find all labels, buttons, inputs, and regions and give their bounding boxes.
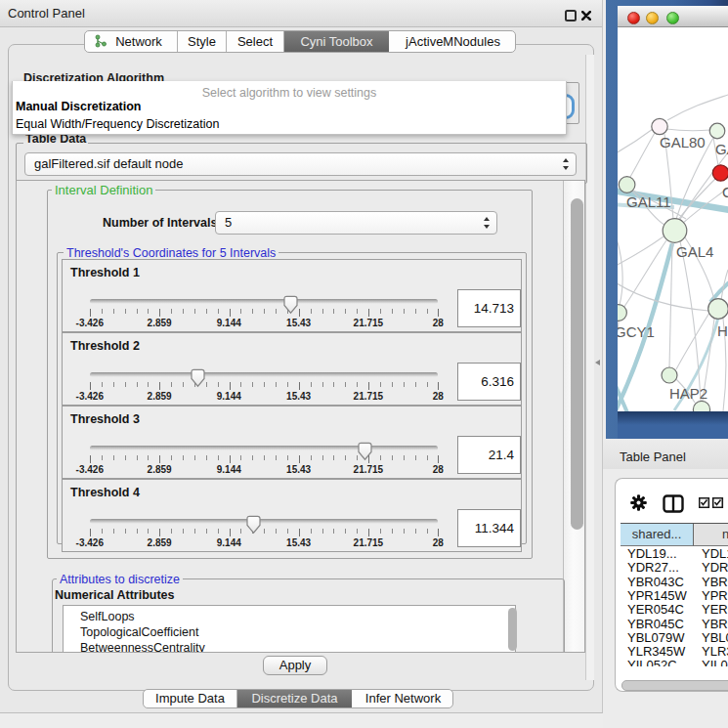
svg-text:GCY1: GCY1 [618, 323, 655, 340]
svg-text:HAP2: HAP2 [669, 385, 707, 402]
svg-text:GAL80: GAL80 [660, 134, 706, 150]
svg-text:C: C [722, 184, 728, 200]
svg-text:GAL11: GAL11 [626, 193, 671, 210]
svg-text:GAL4: GAL4 [676, 243, 713, 260]
svg-text:H: H [717, 322, 728, 339]
svg-text:GA: GA [715, 141, 728, 157]
